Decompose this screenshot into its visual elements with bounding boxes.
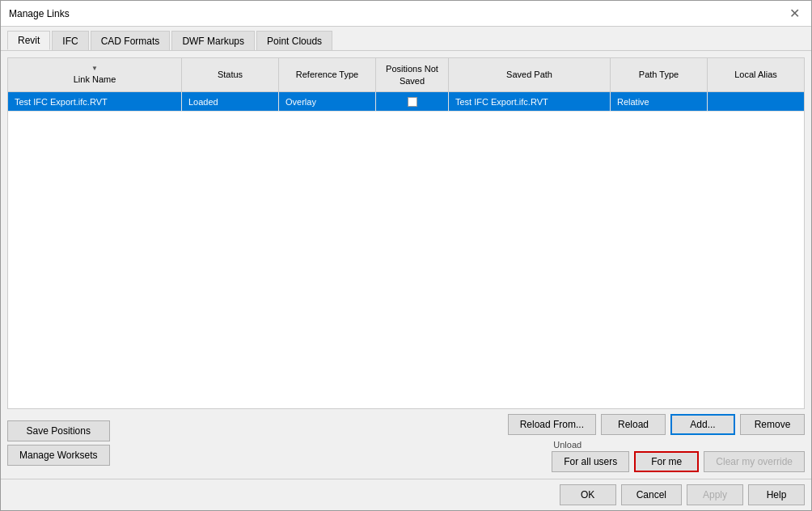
col-local-alias: Local Alias (708, 58, 804, 91)
col-reference-type: Reference Type (279, 58, 376, 91)
col-status: Status (182, 58, 279, 91)
tab-ifc[interactable]: IFC (52, 31, 88, 50)
save-positions-button[interactable]: Save Positions (7, 420, 110, 441)
bottom-row1: Save Positions Manage Worksets Reload Fr… (7, 414, 805, 472)
col-positions-not-saved: Positions Not Saved (376, 58, 449, 91)
cell-path-type: Relative (611, 92, 708, 111)
right-buttons-top: Reload From... Reload Add... Remove (508, 414, 805, 435)
cell-link-name: Test IFC Export.ifc.RVT (8, 92, 182, 111)
cell-local-alias (708, 92, 804, 111)
unload-row: For all users For me Clear my override (552, 451, 805, 472)
add-button[interactable]: Add... (670, 414, 735, 435)
unload-label: Unload (553, 440, 582, 450)
cell-status: Loaded (182, 92, 279, 111)
col-path-type: Path Type (611, 58, 708, 91)
col-saved-path: Saved Path (449, 58, 611, 91)
sort-arrow-icon: ▼ (91, 65, 98, 73)
tab-revit[interactable]: Revit (7, 31, 50, 50)
title-bar: Manage Links ✕ (1, 1, 811, 27)
cell-reference-type: Overlay (279, 92, 376, 111)
dialog-title: Manage Links (9, 8, 70, 19)
help-button[interactable]: Help (748, 484, 805, 505)
cancel-button[interactable]: Cancel (621, 484, 682, 505)
reload-button[interactable]: Reload (601, 414, 666, 435)
for-me-button[interactable]: For me (634, 451, 699, 472)
close-button[interactable]: ✕ (786, 7, 803, 20)
cell-positions-not-saved (376, 92, 449, 111)
ok-button[interactable]: OK (560, 484, 616, 505)
unload-section: Unload For all users For me Clear my ove… (552, 440, 805, 472)
right-section: Reload From... Reload Add... Remove Unlo… (508, 414, 805, 472)
footer: OK Cancel Apply Help (1, 479, 811, 510)
links-table: ▼ Link Name Status Reference Type Positi… (7, 57, 805, 409)
clear-override-button[interactable]: Clear my override (704, 451, 805, 472)
tab-cad-formats[interactable]: CAD Formats (91, 31, 171, 50)
left-buttons: Save Positions Manage Worksets (7, 420, 110, 466)
col-link-name: ▼ Link Name (8, 58, 182, 91)
apply-button[interactable]: Apply (687, 484, 743, 505)
tab-dwf-markups[interactable]: DWF Markups (171, 31, 255, 50)
table-body: Test IFC Export.ifc.RVT Loaded Overlay T… (8, 92, 804, 408)
table-row[interactable]: Test IFC Export.ifc.RVT Loaded Overlay T… (8, 92, 804, 112)
bottom-section: Save Positions Manage Worksets Reload Fr… (7, 414, 805, 472)
positions-checkbox[interactable] (408, 97, 417, 107)
manage-worksets-button[interactable]: Manage Worksets (7, 445, 110, 466)
manage-links-dialog: Manage Links ✕ Revit IFC CAD Formats DWF… (0, 0, 812, 511)
tab-point-clouds[interactable]: Point Clouds (256, 31, 332, 50)
tabs-bar: Revit IFC CAD Formats DWF Markups Point … (1, 27, 811, 51)
table-header: ▼ Link Name Status Reference Type Positi… (8, 58, 804, 92)
main-content: ▼ Link Name Status Reference Type Positi… (1, 51, 811, 479)
cell-saved-path: Test IFC Export.ifc.RVT (449, 92, 611, 111)
reload-from-button[interactable]: Reload From... (508, 414, 596, 435)
for-all-users-button[interactable]: For all users (552, 451, 629, 472)
remove-button[interactable]: Remove (740, 414, 805, 435)
